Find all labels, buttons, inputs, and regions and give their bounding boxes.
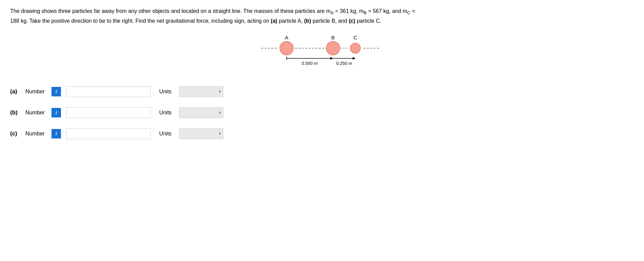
part-a-label: (a) bbox=[10, 88, 20, 95]
part-b-units-select[interactable]: N mN bbox=[179, 107, 223, 118]
parts-container: (a) Number i Units N mN (b) Number i Uni… bbox=[10, 83, 634, 143]
label-b: B bbox=[331, 35, 334, 40]
part-a-number-input[interactable] bbox=[66, 86, 151, 97]
diagram: A B C 0.500 m bbox=[254, 32, 390, 73]
diagram-svg: A B C 0.500 m bbox=[254, 32, 390, 73]
part-b-label: (b) bbox=[10, 109, 20, 116]
part-b-units-wrapper: N mN bbox=[179, 107, 223, 118]
part-b-units-label: Units bbox=[159, 110, 171, 116]
distance-bc-label: 0.250 m bbox=[336, 61, 352, 66]
particle-a bbox=[280, 41, 293, 55]
part-a-row: (a) Number i Units N mN bbox=[10, 86, 634, 97]
part-a-units-wrapper: N mN bbox=[179, 86, 223, 97]
problem-statement: The drawing shows three particles far aw… bbox=[10, 7, 417, 25]
part-a-number-label: Number bbox=[25, 89, 45, 95]
arrow-ab-right bbox=[330, 57, 333, 60]
part-c-number-input[interactable] bbox=[66, 128, 151, 139]
part-c-units-wrapper: N mN bbox=[179, 128, 223, 139]
arrow-bc-right bbox=[353, 57, 355, 60]
particle-c bbox=[350, 43, 360, 53]
part-a-info-button[interactable]: i bbox=[51, 87, 61, 96]
part-c-number-label: Number bbox=[25, 131, 45, 137]
particle-b bbox=[326, 41, 340, 55]
label-c: C bbox=[353, 35, 357, 40]
part-b-number-label: Number bbox=[25, 110, 45, 116]
distance-ab-label: 0.500 m bbox=[302, 61, 317, 66]
part-b-row: (b) Number i Units N mN bbox=[10, 107, 634, 118]
part-c-units-label: Units bbox=[159, 131, 171, 137]
label-a: A bbox=[285, 35, 288, 40]
part-a-units-label: Units bbox=[159, 89, 171, 95]
part-c-units-select[interactable]: N mN bbox=[179, 128, 223, 139]
part-b-number-input[interactable] bbox=[66, 107, 151, 118]
part-b-info-button[interactable]: i bbox=[51, 108, 61, 117]
part-c-row: (c) Number i Units N mN bbox=[10, 128, 634, 139]
diagram-container: A B C 0.500 m bbox=[10, 32, 634, 73]
part-a-units-select[interactable]: N mN bbox=[179, 86, 223, 97]
part-c-label: (c) bbox=[10, 130, 20, 137]
part-c-info-button[interactable]: i bbox=[51, 129, 61, 138]
